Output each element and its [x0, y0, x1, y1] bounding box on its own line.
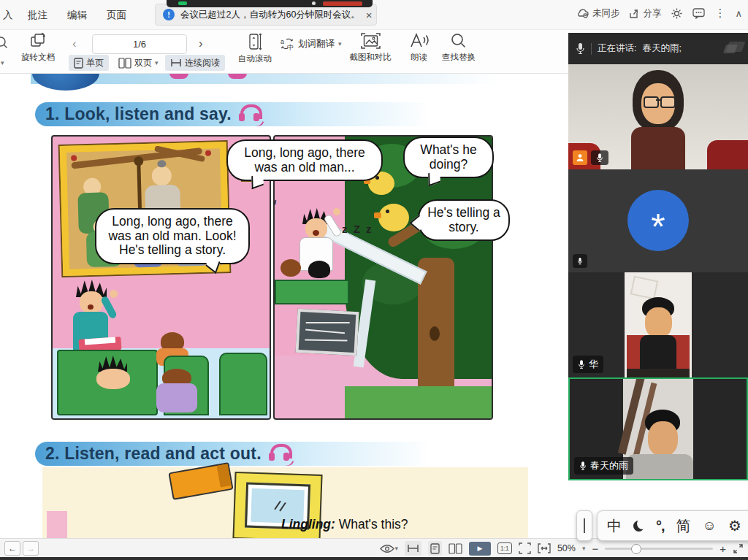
fullscreen-button[interactable]	[733, 541, 744, 556]
fit-width-icon	[538, 543, 551, 553]
menu-tab-annotate[interactable]: 批注	[28, 9, 47, 22]
participant4-face	[648, 421, 678, 456]
double-page-label: 双页	[134, 57, 152, 69]
comment-icon[interactable]	[692, 8, 705, 19]
participant1-body	[631, 127, 685, 169]
video-tile-participant4-active[interactable]: 春天的雨	[568, 377, 748, 480]
meeting-app-icon	[178, 1, 187, 5]
ime-punct-key[interactable]: °,	[656, 518, 665, 534]
continuous-layout-button[interactable]	[405, 541, 421, 556]
eye-protect-icon	[380, 544, 394, 553]
collapse-icon[interactable]: ∧	[735, 8, 742, 19]
actual-size-button[interactable]: 1:1	[497, 542, 512, 554]
single-layout-icon	[430, 543, 440, 554]
headphones-icon	[269, 444, 291, 464]
find-replace-button[interactable]: 查找替换	[437, 32, 481, 63]
translate-button[interactable]: a中 划词翻译 ▾	[280, 37, 342, 50]
translate-icon: a中	[280, 37, 294, 50]
emoji-icon[interactable]: ☺	[703, 518, 717, 534]
screenshot-compare-label: 截图和对比	[349, 52, 392, 63]
zoom-slider[interactable]	[605, 548, 713, 550]
video-tile-participant1[interactable]	[568, 64, 748, 169]
section2-header: 2. Listen, read and act out.	[35, 442, 427, 466]
play-button[interactable]: ▶	[469, 542, 491, 556]
menu-tab-edit[interactable]: 编辑	[67, 9, 87, 22]
autoscroll-icon	[249, 32, 262, 51]
video-tile-participant2[interactable]: *	[568, 169, 748, 272]
ime-main-bar: 中 °, 简 ☺ ⚙	[597, 510, 748, 541]
double-page-mode-button[interactable]: 双页 ▾	[113, 55, 164, 71]
meeting-floating-bar[interactable]	[167, 0, 373, 7]
red-chair	[707, 140, 748, 169]
chevron-down-icon[interactable]: ▾	[582, 545, 586, 552]
eye-protect-button[interactable]: ▾	[380, 541, 398, 556]
ime-simplified-key[interactable]: 简	[676, 516, 691, 536]
meeting-panel: 正在讲话: 春天的雨; *	[568, 33, 748, 480]
titlebar-right-actions: 未同步 分享 ⋮ ∧	[576, 7, 742, 20]
moon-icon[interactable]	[633, 521, 644, 532]
back-button[interactable]: ←	[4, 541, 20, 556]
gear-icon[interactable]	[671, 7, 683, 20]
share-button[interactable]: 分享	[629, 7, 661, 20]
chevron-down-icon[interactable]: ▾	[1, 59, 4, 66]
find-replace-icon	[450, 32, 468, 50]
video-tile-participant3[interactable]: 华	[568, 272, 748, 377]
double-layout-icon	[449, 543, 462, 554]
ime-cursor-pill[interactable]	[576, 510, 592, 541]
unit-header-circle	[32, 73, 99, 91]
menu-tab-insert[interactable]: 入	[3, 9, 13, 22]
titlebar: 入 批注 编辑 页面 ! 会议已超过2人，自动转为60分钟限时会议。 × 未同步…	[0, 0, 748, 30]
speech-bubble-chick-question: What's he doing?	[403, 137, 494, 178]
chevron-down-icon: ▾	[394, 545, 398, 552]
mic-icon	[578, 359, 585, 369]
next-page-icon[interactable]: ›	[199, 37, 203, 51]
more-vert-icon[interactable]: ⋮	[714, 7, 725, 20]
mic-icon	[596, 153, 603, 163]
mic-indicator-dot	[312, 1, 316, 5]
single-layout-button[interactable]	[428, 541, 442, 556]
search-icon[interactable]	[0, 35, 9, 51]
zoom-level[interactable]: 50%	[557, 543, 576, 553]
menu-tab-page[interactable]: 页面	[107, 9, 126, 22]
screenshot-compare-button[interactable]: 截图和对比	[342, 32, 399, 63]
read-aloud-button[interactable]: 朗读	[403, 32, 435, 63]
pink-wall-strip	[47, 511, 67, 538]
sync-label: 未同步	[592, 7, 620, 20]
rotate-document-button[interactable]: 旋转文档	[16, 32, 60, 63]
avatar: *	[627, 190, 689, 251]
decorative-pink-shape	[169, 73, 188, 79]
share-icon	[629, 8, 640, 19]
autoscroll-button[interactable]: 自动滚动	[232, 32, 278, 64]
participant4-name: 春天的雨	[590, 459, 628, 472]
forward-button[interactable]: →	[23, 541, 39, 556]
svg-text:a: a	[280, 38, 284, 45]
fit-width-button[interactable]	[538, 541, 551, 556]
share-label: 分享	[643, 7, 661, 20]
sync-status[interactable]: 未同步	[576, 7, 620, 20]
ime-lang-key[interactable]: 中	[607, 516, 622, 536]
read-aloud-label: 朗读	[411, 52, 428, 63]
person-icon	[576, 153, 584, 162]
fit-page-button[interactable]	[519, 541, 531, 556]
old-man-figure	[151, 166, 172, 186]
mic-badge	[573, 254, 587, 268]
continuous-read-button[interactable]: 连续阅读	[165, 55, 225, 71]
page-indicator[interactable]: 1/6	[92, 34, 187, 54]
zoom-slider-handle[interactable]	[631, 544, 641, 554]
dialog-text: What's this?	[339, 517, 408, 532]
double-layout-button[interactable]	[449, 541, 462, 556]
end-meeting-button[interactable]	[323, 1, 362, 6]
glasses	[644, 96, 659, 108]
zoom-in-icon[interactable]: +	[720, 542, 726, 555]
close-icon[interactable]: ×	[366, 9, 373, 21]
chevron-down-icon: ▾	[155, 59, 159, 66]
chair	[219, 353, 267, 415]
prev-page-icon[interactable]: ‹	[72, 37, 77, 51]
single-page-mode-button[interactable]: 单页	[69, 55, 109, 71]
ime-settings-icon[interactable]: ⚙	[728, 517, 741, 534]
translate-label: 划词翻译	[298, 38, 335, 50]
zoom-out-icon[interactable]: −	[592, 542, 598, 555]
read-aloud-icon	[408, 32, 430, 50]
rotate-doc-icon	[29, 32, 47, 50]
screenshot-compare-icon	[361, 32, 381, 50]
